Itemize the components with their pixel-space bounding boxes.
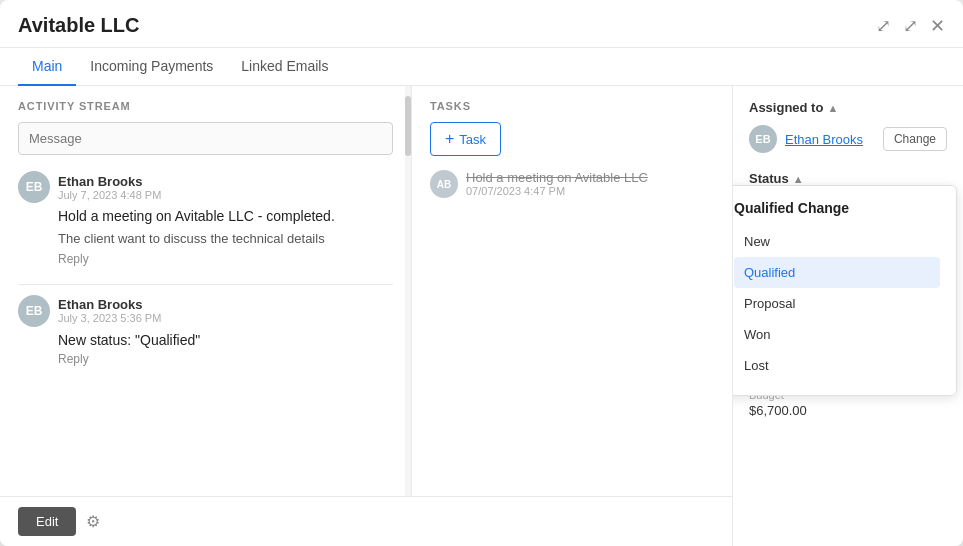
- add-task-label: Task: [459, 132, 486, 147]
- qualified-change-title: Qualified Change: [734, 200, 940, 216]
- assigned-chevron: ▲: [827, 102, 838, 114]
- activity-body-2: New status: "Qualified": [58, 331, 393, 351]
- activity-section: ACTIVITY STREAM EB Ethan Brooks July 7, …: [0, 86, 412, 496]
- activity-time-1: July 7, 2023 4:48 PM: [58, 189, 161, 201]
- assigned-section: Assigned to ▲ EB Ethan Brooks Change: [749, 100, 947, 153]
- modal-header: Avitable LLC ⤢ ⤢ ✕: [0, 0, 963, 48]
- main-content: ACTIVITY STREAM EB Ethan Brooks July 7, …: [0, 86, 732, 496]
- activity-header-1: EB Ethan Brooks July 7, 2023 4:48 PM: [18, 171, 393, 203]
- assigned-avatar: EB: [749, 125, 777, 153]
- assigned-title: Assigned to ▲: [749, 100, 947, 115]
- assigned-change-button[interactable]: Change: [883, 127, 947, 151]
- right-panel-inner: Assigned to ▲ EB Ethan Brooks Change Sta…: [749, 100, 947, 418]
- status-option-new[interactable]: New: [734, 226, 940, 257]
- assigned-name[interactable]: Ethan Brooks: [785, 132, 863, 147]
- export-icon[interactable]: ⤢: [876, 15, 891, 37]
- tab-incoming-payments[interactable]: Incoming Payments: [76, 48, 227, 86]
- tasks-label: TASKS: [430, 100, 714, 112]
- modal-title: Avitable LLC: [18, 14, 140, 37]
- task-time-1: 07/07/2023 4:47 PM: [466, 185, 648, 197]
- activity-header-2: EB Ethan Brooks July 3, 2023 5:36 PM: [18, 295, 393, 327]
- status-option-qualified[interactable]: Qualified: [734, 257, 940, 288]
- activity-name-1: Ethan Brooks: [58, 174, 161, 189]
- tasks-section: TASKS + Task AB Hold a meeting on Avitab…: [412, 86, 732, 496]
- reply-link-1[interactable]: Reply: [58, 252, 393, 266]
- activity-name-2: Ethan Brooks: [58, 297, 161, 312]
- task-item-1: AB Hold a meeting on Avitable LLC 07/07/…: [430, 170, 714, 198]
- task-text-1: Hold a meeting on Avitable LLC: [466, 170, 648, 185]
- task-avatar-1: AB: [430, 170, 458, 198]
- status-chevron: ▲: [793, 173, 804, 185]
- assigned-user: EB Ethan Brooks Change: [749, 125, 947, 153]
- message-input[interactable]: [18, 122, 393, 155]
- task-list: AB Hold a meeting on Avitable LLC 07/07/…: [430, 170, 714, 198]
- main-panel: ACTIVITY STREAM EB Ethan Brooks July 7, …: [0, 86, 733, 546]
- close-icon[interactable]: ✕: [930, 15, 945, 37]
- divider-1: [18, 284, 393, 285]
- expand-icon[interactable]: ⤢: [903, 15, 918, 37]
- activity-item-2: EB Ethan Brooks July 3, 2023 5:36 PM New…: [18, 295, 393, 367]
- budget-value: $6,700.00: [749, 403, 947, 418]
- scroll-track: [405, 86, 411, 496]
- avatar-1: EB: [18, 171, 50, 203]
- plus-icon: +: [445, 130, 454, 148]
- right-panel: Assigned to ▲ EB Ethan Brooks Change Sta…: [733, 86, 963, 546]
- activity-time-2: July 3, 2023 5:36 PM: [58, 312, 161, 324]
- activity-item: EB Ethan Brooks July 7, 2023 4:48 PM Hol…: [18, 171, 393, 266]
- status-option-proposal[interactable]: Proposal: [734, 288, 940, 319]
- add-task-button[interactable]: + Task: [430, 122, 501, 156]
- activity-label: ACTIVITY STREAM: [18, 100, 393, 112]
- bottom-bar: Edit ⚙: [0, 496, 732, 546]
- header-icons: ⤢ ⤢ ✕: [876, 15, 945, 37]
- modal-body: ACTIVITY STREAM EB Ethan Brooks July 7, …: [0, 86, 963, 546]
- activity-body-1: Hold a meeting on Avitable LLC - complet…: [58, 207, 393, 227]
- tabs-bar: Main Incoming Payments Linked Emails: [0, 48, 963, 86]
- qualified-change-popup: Qualified Change New Qualified Proposal …: [733, 185, 957, 396]
- reply-link-2[interactable]: Reply: [58, 352, 393, 366]
- gear-icon[interactable]: ⚙: [86, 512, 100, 531]
- tab-main[interactable]: Main: [18, 48, 76, 86]
- edit-button[interactable]: Edit: [18, 507, 76, 536]
- scroll-thumb[interactable]: [405, 96, 411, 156]
- tab-linked-emails[interactable]: Linked Emails: [227, 48, 342, 86]
- status-option-won[interactable]: Won: [734, 319, 940, 350]
- avatar-2: EB: [18, 295, 50, 327]
- activity-sub-1: The client want to discuss the technical…: [58, 231, 393, 246]
- status-title: Status ▲: [749, 171, 947, 186]
- status-option-lost[interactable]: Lost: [734, 350, 940, 381]
